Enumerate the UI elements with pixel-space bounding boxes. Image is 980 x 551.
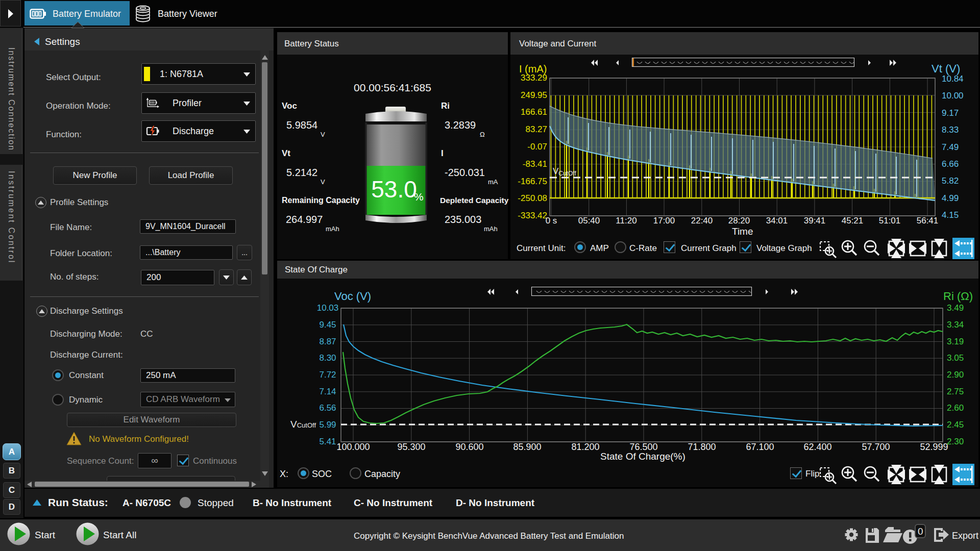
svg-text:53.0: 53.0 — [371, 176, 417, 203]
svg-text:0: 0 — [918, 526, 923, 537]
svg-text:Export: Export — [952, 531, 978, 541]
svg-text:%: % — [414, 191, 424, 203]
